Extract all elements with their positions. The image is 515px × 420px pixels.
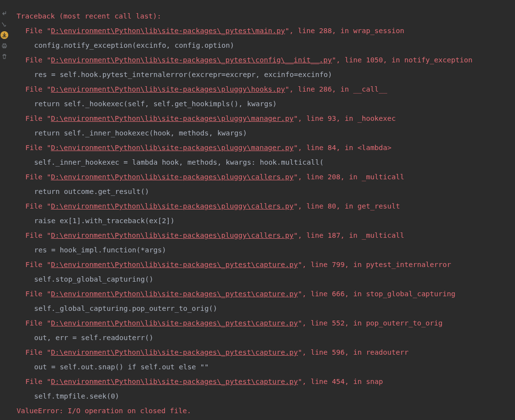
traceback-file-link[interactable]: D:\environment\Python\lib\site-packages\… — [51, 173, 294, 181]
traceback-text: File " — [25, 290, 51, 298]
traceback-text: ", line 93, in _hookexec — [294, 115, 396, 122]
traceback-code-line: return self._hookexec(self, self.get_hoo… — [17, 96, 515, 111]
traceback-frame: File "D:\environment\Python\lib\site-pac… — [17, 199, 515, 213]
trash-icon[interactable] — [0, 53, 8, 60]
traceback-code: res = self.hook.pytest_internalerror(exc… — [34, 71, 332, 78]
traceback-frame: File "D:\environment\Python\lib\site-pac… — [17, 23, 515, 38]
traceback-text: File " — [25, 202, 51, 210]
traceback-code-line: out, err = self.readouterr() — [17, 330, 515, 345]
traceback-code-line: res = hook_impl.function(*args) — [17, 243, 515, 257]
traceback-code: out, err = self.readouterr() — [34, 334, 153, 342]
traceback-text: Traceback (most recent call last): — [17, 12, 161, 20]
traceback-frame: File "D:\environment\Python\lib\site-pac… — [17, 316, 515, 330]
traceback-code: return outcome.get_result() — [34, 188, 149, 195]
traceback-text: File " — [25, 115, 51, 122]
traceback-text: File " — [25, 144, 51, 152]
traceback-code: res = hook_impl.function(*args) — [34, 246, 166, 254]
traceback-code: raise ex[1].with_traceback(ex[2]) — [34, 217, 175, 225]
traceback-text: ", line 80, in get_result — [294, 202, 400, 210]
traceback-text: ", line 596, in readouterr — [298, 348, 409, 356]
traceback-frame: File "D:\environment\Python\lib\site-pac… — [17, 53, 515, 67]
traceback-text: File " — [25, 231, 51, 239]
traceback-file-link[interactable]: D:\environment\Python\lib\site-packages\… — [51, 261, 297, 268]
traceback-frame: File "D:\environment\Python\lib\site-pac… — [17, 140, 515, 155]
traceback-text: ", line 84, in <lambda> — [294, 144, 392, 152]
traceback-frame: File "D:\environment\Python\lib\site-pac… — [17, 170, 515, 184]
return-icon[interactable] — [0, 10, 8, 18]
traceback-file-link[interactable]: D:\environment\Python\lib\site-packages\… — [51, 115, 294, 122]
download-icon[interactable] — [0, 31, 8, 39]
traceback-code: self.stop_global_capturing() — [34, 275, 153, 283]
traceback-text: ", line 454, in snap — [298, 378, 383, 385]
traceback-file-link[interactable]: D:\environment\Python\lib\site-packages\… — [51, 231, 294, 239]
traceback-code-line: config.notify_exception(excinfo, config.… — [17, 38, 515, 53]
traceback-file-link[interactable]: D:\environment\Python\lib\site-packages\… — [51, 85, 285, 93]
step-icon[interactable] — [0, 20, 8, 28]
console-output: Traceback (most recent call last):File "… — [9, 0, 515, 420]
traceback-file-link[interactable]: D:\environment\Python\lib\site-packages\… — [51, 378, 297, 385]
traceback-code-line: return outcome.get_result() — [17, 184, 515, 199]
traceback-text: ValueError: I/O operation on closed file… — [17, 407, 191, 415]
traceback-text: File " — [25, 27, 51, 35]
traceback-frame: File "D:\environment\Python\lib\site-pac… — [17, 111, 515, 126]
traceback-file-link[interactable]: D:\environment\Python\lib\site-packages\… — [51, 56, 332, 64]
traceback-file-link[interactable]: D:\environment\Python\lib\site-packages\… — [51, 319, 297, 327]
traceback-code: self.tmpfile.seek(0) — [34, 392, 119, 400]
traceback-file-link[interactable]: D:\environment\Python\lib\site-packages\… — [51, 290, 297, 298]
traceback-text: ", line 1050, in notify_exception — [332, 56, 473, 64]
traceback-code-line: self.stop_global_capturing() — [17, 272, 515, 286]
svg-rect-1 — [3, 44, 5, 45]
traceback-text: ", line 187, in _multicall — [294, 231, 404, 239]
print-icon[interactable] — [0, 42, 8, 50]
traceback-frame: File "D:\environment\Python\lib\site-pac… — [17, 345, 515, 360]
traceback-code-line: res = self.hook.pytest_internalerror(exc… — [17, 67, 515, 82]
traceback-frame: File "D:\environment\Python\lib\site-pac… — [17, 257, 515, 272]
traceback-code: config.notify_exception(excinfo, config.… — [34, 41, 234, 49]
traceback-text: File " — [25, 348, 51, 356]
traceback-text: ", line 288, in wrap_session — [285, 27, 404, 35]
traceback-code: self._inner_hookexec = lambda hook, meth… — [34, 158, 324, 166]
traceback-exception: ValueError: I/O operation on closed file… — [17, 403, 515, 418]
editor-gutter — [0, 0, 9, 420]
traceback-code-line: self._inner_hookexec = lambda hook, meth… — [17, 155, 515, 170]
traceback-text: File " — [25, 261, 51, 268]
traceback-text: File " — [25, 319, 51, 327]
traceback-file-link[interactable]: D:\environment\Python\lib\site-packages\… — [51, 348, 297, 356]
traceback-code-line: self.tmpfile.seek(0) — [17, 389, 515, 403]
traceback-frame: File "D:\environment\Python\lib\site-pac… — [17, 286, 515, 301]
traceback-text: File " — [25, 378, 51, 385]
traceback-code: return self._hookexec(self, self.get_hoo… — [34, 100, 277, 108]
traceback-text: ", line 286, in __call__ — [285, 85, 388, 93]
traceback-file-link[interactable]: D:\environment\Python\lib\site-packages\… — [51, 144, 294, 152]
traceback-text: ", line 208, in _multicall — [294, 173, 404, 181]
traceback-code-line: return self._inner_hookexec(hook, method… — [17, 126, 515, 140]
traceback-text: ", line 666, in stop_global_capturing — [298, 290, 456, 298]
traceback-code-line: self._global_capturing.pop_outerr_to_ori… — [17, 301, 515, 316]
traceback-file-link[interactable]: D:\environment\Python\lib\site-packages\… — [51, 27, 285, 35]
traceback-code-line: raise ex[1].with_traceback(ex[2]) — [17, 213, 515, 228]
traceback-code-line: out = self.out.snap() if self.out else "… — [17, 360, 515, 374]
traceback-code: return self._inner_hookexec(hook, method… — [34, 129, 247, 137]
traceback-text: ", line 552, in pop_outerr_to_orig — [298, 319, 443, 327]
traceback-text: File " — [25, 173, 51, 181]
traceback-code: out = self.out.snap() if self.out else "… — [34, 363, 209, 371]
traceback-text: File " — [25, 56, 51, 64]
traceback-frame: File "D:\environment\Python\lib\site-pac… — [17, 228, 515, 243]
traceback-frame: File "D:\environment\Python\lib\site-pac… — [17, 82, 515, 96]
traceback-text: ", line 799, in pytest_internalerror — [298, 261, 451, 268]
traceback-frame: File "D:\environment\Python\lib\site-pac… — [17, 374, 515, 389]
traceback-code: self._global_capturing.pop_outerr_to_ori… — [34, 305, 217, 312]
traceback-header: Traceback (most recent call last): — [17, 9, 515, 23]
traceback-text: File " — [25, 85, 51, 93]
traceback-file-link[interactable]: D:\environment\Python\lib\site-packages\… — [51, 202, 294, 210]
